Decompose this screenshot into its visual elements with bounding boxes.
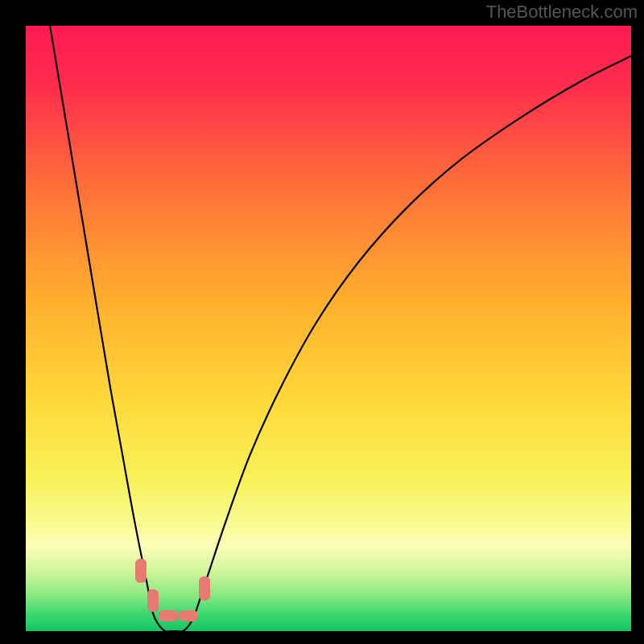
curve-marker bbox=[135, 559, 147, 583]
curve-marker bbox=[147, 589, 159, 612]
bottleneck-curve bbox=[26, 26, 631, 631]
curve-marker bbox=[159, 610, 178, 621]
curve-marker bbox=[179, 610, 198, 621]
watermark-label: TheBottleneck.com bbox=[486, 2, 638, 23]
plot-area bbox=[26, 26, 631, 631]
curve-marker bbox=[199, 576, 210, 601]
chart-wrapper: TheBottleneck.com bbox=[0, 0, 644, 644]
